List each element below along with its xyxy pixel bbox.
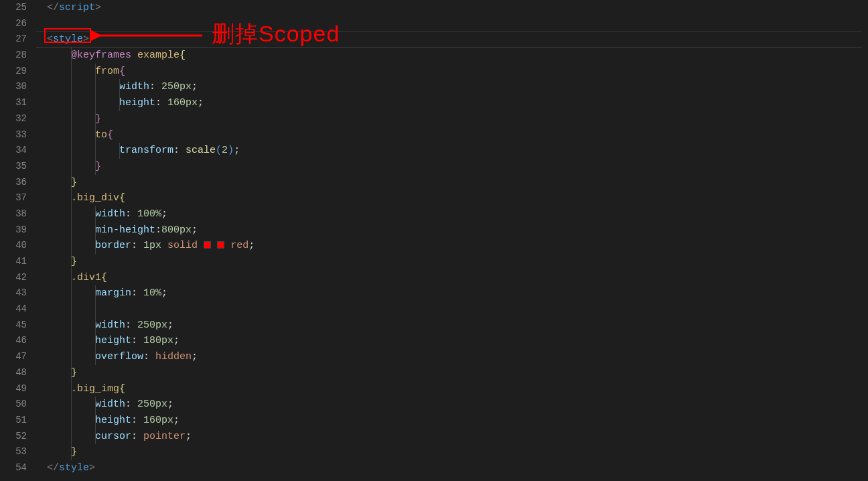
line-number: 41 — [0, 254, 36, 270]
code-token: : — [125, 208, 137, 220]
code-line[interactable]: } — [36, 254, 868, 270]
code-line[interactable]: .big_img{ — [36, 381, 868, 397]
code-token: } — [71, 367, 77, 379]
code-line[interactable]: margin: 10%; — [36, 285, 868, 301]
code-line[interactable]: } — [36, 365, 868, 381]
line-number-gutter: 2526272829303132333435363738394041424344… — [0, 0, 36, 481]
code-line[interactable]: } — [36, 444, 868, 460]
line-number: 46 — [0, 333, 36, 349]
code-token — [47, 256, 71, 267]
indent-guide — [71, 111, 72, 127]
line-number: 37 — [0, 190, 36, 206]
indent-guide — [95, 159, 96, 175]
indent-guide — [71, 127, 72, 143]
line-number: 38 — [0, 206, 36, 222]
code-token — [47, 50, 71, 61]
code-token: script — [59, 2, 95, 13]
code-line[interactable]: .div1{ — [36, 270, 868, 286]
line-number: 40 — [0, 238, 36, 254]
code-token: transform — [119, 145, 173, 156]
code-line[interactable]: from{ — [36, 64, 868, 80]
code-line[interactable]: height: 160px; — [36, 413, 868, 429]
code-line[interactable]: overflow: hidden; — [36, 349, 868, 365]
code-token: .div1 — [71, 272, 101, 283]
indent-guide — [71, 222, 72, 238]
code-line[interactable]: transform: scale(2); — [36, 143, 868, 159]
code-line[interactable]: } — [36, 159, 868, 175]
code-token: 250px — [161, 81, 192, 92]
code-line[interactable]: </script> — [36, 0, 868, 16]
indent-guide — [71, 285, 72, 301]
code-line[interactable]: width: 250px; — [36, 79, 868, 95]
code-token: { — [179, 50, 186, 61]
line-number: 43 — [0, 285, 36, 301]
indent-guide — [95, 285, 96, 301]
code-line[interactable]: </style> — [36, 460, 868, 476]
indent-guide — [95, 127, 96, 143]
line-number: 42 — [0, 270, 36, 286]
indent-guide — [95, 95, 96, 111]
code-line[interactable]: .big_div{ — [36, 190, 868, 206]
indent-guide — [119, 143, 120, 159]
code-line[interactable] — [36, 16, 868, 32]
code-area[interactable]: </script><style> @keyframes example{ fro… — [36, 0, 868, 481]
code-token: : — [155, 97, 167, 109]
code-token: > — [83, 33, 89, 45]
code-token — [47, 446, 71, 458]
code-line[interactable]: to{ — [36, 127, 868, 143]
line-number: 26 — [0, 16, 36, 32]
indent-guide — [71, 349, 72, 365]
code-token: ; — [167, 399, 173, 410]
code-token: height — [95, 335, 131, 346]
indent-guide — [95, 64, 96, 80]
indent-guide — [71, 175, 72, 191]
code-line[interactable]: cursor: pointer; — [36, 429, 868, 445]
line-number: 34 — [0, 143, 36, 159]
indent-guide — [95, 143, 96, 159]
code-token: { — [101, 272, 107, 283]
line-number: 51 — [0, 413, 36, 429]
code-token: { — [107, 129, 113, 141]
code-line[interactable]: } — [36, 111, 868, 127]
code-line[interactable]: border: 1px solid red; — [36, 238, 868, 254]
indent-guide — [95, 318, 96, 334]
code-token: } — [95, 113, 101, 125]
indent-guide — [71, 444, 72, 460]
code-token — [47, 81, 119, 92]
line-number: 27 — [0, 31, 36, 48]
indent-guide — [71, 429, 72, 445]
code-line[interactable]: width: 250px; — [36, 318, 868, 334]
indent-guide — [71, 397, 72, 413]
code-token: border — [95, 240, 131, 251]
code-token: solid — [167, 240, 198, 251]
code-line[interactable]: <style> — [36, 31, 868, 48]
indent-guide — [71, 79, 72, 95]
code-line[interactable]: width: 100%; — [36, 206, 868, 222]
code-token: width — [95, 208, 125, 220]
code-token: { — [119, 383, 125, 395]
code-line[interactable]: width: 250px; — [36, 397, 868, 413]
code-token: } — [71, 177, 77, 188]
code-token: > — [89, 462, 95, 474]
indent-guide — [71, 64, 72, 80]
code-token: 2 — [222, 145, 228, 156]
code-token — [47, 192, 71, 204]
code-token: style — [59, 462, 89, 474]
code-line[interactable] — [36, 301, 868, 318]
code-token: 160px — [167, 97, 198, 109]
line-number: 47 — [0, 349, 36, 365]
code-line[interactable]: } — [36, 175, 868, 191]
code-token: ; — [186, 431, 192, 442]
code-token: width — [95, 320, 125, 331]
line-number: 33 — [0, 127, 36, 143]
code-line[interactable]: min-height:800px; — [36, 222, 868, 238]
code-token: 180px — [143, 335, 173, 346]
code-line[interactable]: @keyframes example{ — [36, 48, 868, 64]
indent-guide — [71, 270, 72, 286]
line-number: 36 — [0, 175, 36, 191]
code-editor[interactable]: 2526272829303132333435363738394041424344… — [0, 0, 868, 481]
code-line[interactable]: height: 160px; — [36, 95, 868, 111]
code-token: } — [71, 446, 77, 458]
code-token: .big_div — [71, 192, 119, 204]
code-line[interactable]: height: 180px; — [36, 333, 868, 349]
